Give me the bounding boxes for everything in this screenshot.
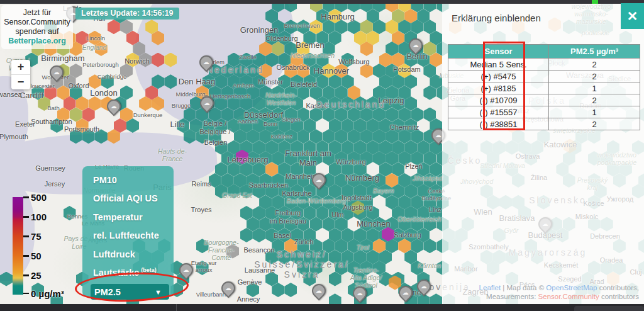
map-label: Niedersachsen <box>291 52 335 59</box>
sensor-table-row: (-) #155571 <box>448 106 640 118</box>
map-label: Arnhem <box>233 82 253 89</box>
map-label: Basel <box>274 232 291 240</box>
bottom-bar-divider <box>176 304 177 311</box>
map-label: Leipzig <box>378 96 404 106</box>
map-label: Jihozápad <box>413 174 443 182</box>
scale-tick <box>23 216 29 218</box>
map-label: Brugge <box>172 103 191 110</box>
map-label: Zürich <box>294 238 314 246</box>
betterplace-link[interactable]: Betterplace.org <box>3 37 72 46</box>
map-label: Baden-Württemberg <box>287 197 347 205</box>
map-label: Cambridge <box>97 74 126 81</box>
map-label: Letzebuerg <box>227 156 268 165</box>
map-label: Chemnitz <box>390 123 419 132</box>
map-label: Lincoln <box>86 35 105 42</box>
sensor-value-cell: 2 <box>549 118 640 130</box>
map-attribution: Leaflet | Map data © OpenStreetMap contr… <box>479 283 639 301</box>
map-label: Portsmouth <box>64 125 99 133</box>
map-label: Potsdam <box>393 65 420 74</box>
zoom-in-button[interactable]: + <box>11 60 30 75</box>
layer-menu-item-luftdruck[interactable]: Luftdruck <box>82 245 174 264</box>
map-label: Oberösterreich <box>397 215 441 223</box>
map-label: Bielefeld <box>291 81 317 89</box>
map-label: Peterborough <box>82 62 119 69</box>
sensor-community-link[interactable]: Sensor.Community <box>538 293 599 300</box>
sensor-table-row: (-) #107092 <box>448 94 640 106</box>
zoom-out-button[interactable]: − <box>11 75 30 89</box>
map-label: Norwich <box>125 57 150 65</box>
sensor-value-cell: 1 <box>549 106 640 118</box>
donation-line: spenden auf <box>3 27 72 37</box>
donation-line: Sensor.Community <box>3 18 72 27</box>
attribution-line-1: Leaflet | Map data © OpenStreetMap contr… <box>479 283 639 292</box>
layer-menu-item-label: Official AQI US <box>93 193 158 203</box>
layer-menu-item-official-aqi-us[interactable]: Official AQI US <box>82 189 174 208</box>
scale-tick <box>23 255 29 257</box>
map-label: Osnabrück <box>276 64 309 72</box>
bottom-bar-tray <box>574 306 644 311</box>
map-label: Deutschland <box>316 99 386 110</box>
sensor-table-header: PM2.5 µg/m³ <box>549 45 640 59</box>
map-label: Troyes <box>191 206 211 214</box>
hex-tile[interactable] <box>284 283 297 297</box>
scale-tick-label: 25 <box>31 270 42 281</box>
donation-box: Jetzt für Sensor.Community spenden auf B… <box>1 5 73 49</box>
hex-tile[interactable] <box>430 293 442 304</box>
layer-menu-item-pm10[interactable]: PM10 <box>82 171 174 189</box>
osm-link[interactable]: OpenStreetMap <box>546 284 597 291</box>
layer-menu-item-temperatur[interactable]: Temperatur <box>82 208 174 227</box>
map-label: Grand Est <box>222 191 252 199</box>
map-label: Hannover <box>314 67 349 76</box>
zoom-controls: + − <box>11 60 30 89</box>
explanation-toggle[interactable]: Erklärung einblenden <box>452 13 541 23</box>
map-label: München <box>357 220 390 229</box>
attribution-text: contributors, <box>597 284 639 291</box>
map-label: Bayern <box>373 187 394 195</box>
map-label: Trentino- Alta Adige/ Südtirol <box>350 266 382 289</box>
layer-menu-item-rel-luftfeuchte[interactable]: rel. Luftfeuchte <box>82 227 174 246</box>
close-icon[interactable]: ✕ <box>621 3 644 29</box>
map-label: Groningen <box>240 26 279 35</box>
map-label: Bremen <box>296 41 325 50</box>
scale-tick-label: 100 <box>31 212 47 222</box>
map-label: Annecy <box>237 295 260 303</box>
layer-menu-item-label: rel. Luftfeuchte <box>93 230 159 240</box>
sensor-value-cell: 2 <box>549 71 640 82</box>
scale-tick-label: 500 <box>31 192 47 203</box>
app-window: LeedsHullLincolnEnglandBirminghamNorwich… <box>0 0 644 311</box>
leaflet-link[interactable]: Leaflet <box>479 284 501 291</box>
scale-tick-label: 50 <box>31 251 42 261</box>
scale-tick-label: 0 µg/m³ <box>31 288 64 298</box>
map-label: Den Haag <box>179 77 216 87</box>
layer-menu-item-label: PM10 <box>93 175 117 185</box>
hex-tile[interactable] <box>360 64 373 78</box>
map-label: Belgie / Belgique / <box>200 120 231 135</box>
map-label: Siegen <box>282 116 301 123</box>
map-label: Zwolle <box>239 54 256 61</box>
map-label: Plzeň <box>405 162 423 171</box>
layer-menu-item-label: Luftdruck <box>93 249 135 259</box>
map-label: Oldenburg <box>265 35 297 43</box>
attribution-text: | Map data © <box>501 284 546 291</box>
map-label: Jersey <box>45 180 65 188</box>
map-label: Münster <box>258 78 283 86</box>
map-label: Reims <box>191 180 211 188</box>
map-label: Guernsey <box>35 164 65 172</box>
map-label: Frankfurt am Main <box>285 149 331 168</box>
scale-tick <box>23 196 29 198</box>
last-update-badge: Letztes Update: 14:56:19 <box>75 8 179 20</box>
hex-tile[interactable] <box>329 293 341 304</box>
browser-bottom-bar <box>0 304 644 311</box>
map-label: Belgien <box>204 139 228 147</box>
browser-top-bar <box>0 0 644 4</box>
scale-tick <box>23 293 29 295</box>
map-label: Karlsruhe <box>282 189 311 198</box>
map-label: Kärnten <box>418 262 441 269</box>
sensor-table-row: Median 5 Sens.2 <box>448 59 640 71</box>
map-label: Swansea <box>0 91 22 99</box>
map-label: Bonn <box>264 121 277 128</box>
hex-tile[interactable] <box>348 4 360 13</box>
map-label: Salzburg <box>394 231 421 239</box>
donation-line: Jetzt für <box>3 8 72 18</box>
map-label: Birmingham <box>41 54 84 64</box>
